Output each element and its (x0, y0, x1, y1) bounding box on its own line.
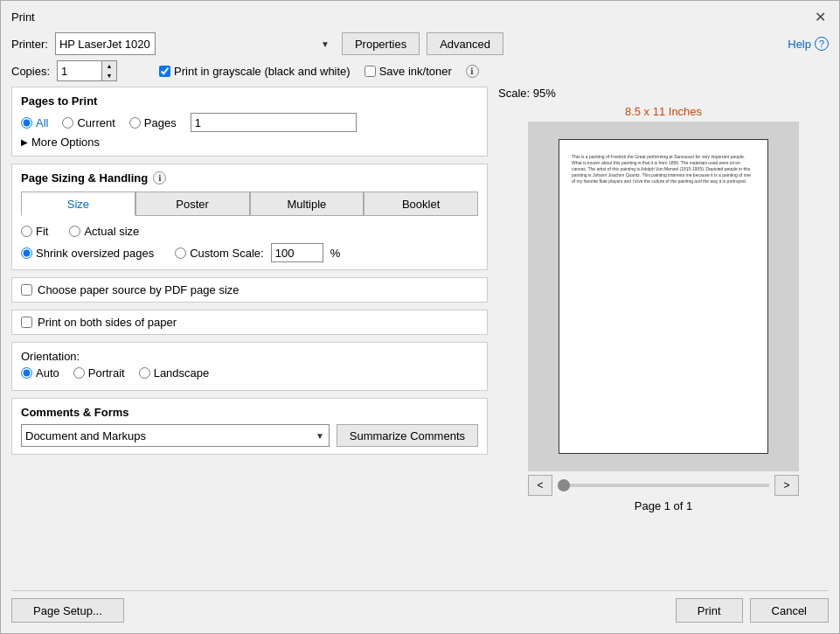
page-setup-button[interactable]: Page Setup... (11, 598, 124, 623)
auto-orientation-radio[interactable] (21, 367, 32, 379)
save-ink-option: Save ink/toner (364, 65, 452, 78)
preview-page: This is a painting of Fredrick the Great… (559, 139, 768, 454)
shrink-custom-row: Shrink oversized pages Custom Scale: % (21, 243, 478, 262)
scale-text: Scale: 95% (498, 87, 556, 100)
orientation-title: Orientation: (21, 350, 478, 363)
double-sided-label: Print on both sides of paper (38, 316, 177, 329)
preview-panel: Scale: 95% 8.5 x 11 Inches This is a pai… (498, 87, 829, 582)
comments-forms-row: Document and Markups Document Form Field… (21, 424, 478, 447)
more-options-arrow: ▶ (21, 137, 28, 147)
fit-option[interactable]: Fit (21, 225, 48, 238)
current-page-label: Current (77, 116, 115, 129)
current-page-option[interactable]: Current (62, 116, 115, 129)
tab-poster[interactable]: Poster (135, 192, 250, 216)
orientation-options: Auto Portrait Landscape (21, 366, 478, 380)
page-info: Page 1 of 1 (528, 499, 799, 512)
current-page-radio[interactable] (62, 117, 73, 129)
shrink-radio[interactable] (21, 247, 32, 259)
double-sided-checkbox[interactable] (21, 317, 32, 328)
actual-size-option[interactable]: Actual size (69, 225, 139, 238)
shrink-label: Shrink oversized pages (36, 247, 154, 260)
landscape-label: Landscape (154, 366, 210, 380)
paper-source-section: Choose paper source by PDF page size (11, 277, 488, 303)
print-dialog: Print ✕ Printer: HP LaserJet 1020 Proper… (0, 0, 840, 634)
page-sizing-section: Page Sizing & Handling ℹ Size Poster Mul… (11, 164, 488, 270)
actual-size-radio[interactable] (69, 226, 80, 237)
sizing-header: Page Sizing & Handling ℹ (21, 171, 478, 185)
save-ink-checkbox[interactable] (364, 66, 376, 77)
bottom-right-buttons: Print Cancel (676, 598, 829, 623)
fit-actual-row: Fit Actual size (21, 225, 478, 238)
more-options-toggle[interactable]: ▶ More Options (21, 136, 478, 149)
grayscale-label: Print in grayscale (black and white) (174, 65, 351, 78)
copies-spinner: ▲ ▼ (101, 61, 116, 80)
pages-label: Pages (144, 116, 177, 129)
copies-input[interactable] (58, 61, 101, 80)
cancel-button[interactable]: Cancel (750, 598, 829, 623)
paper-source-label: Choose paper source by PDF page size (38, 283, 240, 296)
comments-forms-title: Comments & Forms (21, 406, 478, 419)
tab-booklet[interactable]: Booklet (364, 192, 478, 216)
percent-label: % (330, 247, 341, 260)
comments-select[interactable]: Document and Markups Document Form Field… (21, 424, 330, 447)
help-link[interactable]: Help ? (788, 37, 829, 51)
size-options: Fit Actual size Shrink oversized pages (21, 225, 478, 262)
landscape-radio[interactable] (139, 367, 150, 379)
portrait-option[interactable]: Portrait (73, 366, 125, 380)
tab-size[interactable]: Size (21, 192, 135, 216)
actual-size-label: Actual size (84, 225, 139, 238)
dialog-body: Printer: HP LaserJet 1020 Properties Adv… (1, 29, 839, 633)
printer-label: Printer: (11, 38, 48, 51)
advanced-button[interactable]: Advanced (427, 32, 503, 55)
portrait-radio[interactable] (73, 367, 85, 379)
pages-to-print-title: Pages to Print (21, 94, 478, 108)
landscape-option[interactable]: Landscape (139, 366, 210, 380)
custom-scale-input[interactable] (271, 243, 323, 262)
properties-button[interactable]: Properties (342, 32, 420, 55)
all-pages-radio[interactable] (21, 117, 32, 129)
dialog-title: Print (11, 10, 35, 24)
help-label: Help (788, 38, 811, 51)
custom-scale-radio[interactable] (175, 247, 186, 259)
bottom-bar: Page Setup... Print Cancel (11, 590, 829, 623)
preview-text: This is a painting of Fredrick the Great… (572, 154, 755, 185)
grayscale-checkbox[interactable] (159, 66, 170, 77)
double-sided-section: Print on both sides of paper (11, 310, 488, 335)
comments-forms-section: Comments & Forms Document and Markups Do… (11, 398, 488, 455)
ink-info-icon[interactable]: ℹ (466, 65, 479, 78)
printer-select[interactable]: HP LaserJet 1020 (55, 32, 156, 55)
auto-orientation-option[interactable]: Auto (21, 366, 59, 380)
options-row: Print in grayscale (black and white) Sav… (159, 65, 479, 78)
pages-option[interactable]: Pages (129, 116, 177, 129)
pages-to-print-section: Pages to Print All Current Pages (11, 87, 488, 157)
custom-scale-option[interactable]: Custom Scale: (175, 247, 264, 260)
double-sided-option: Print on both sides of paper (21, 316, 478, 329)
print-button[interactable]: Print (676, 598, 743, 623)
copies-up-button[interactable]: ▲ (102, 61, 116, 71)
copies-down-button[interactable]: ▼ (102, 71, 116, 80)
paper-source-checkbox[interactable] (21, 284, 32, 296)
portrait-label: Portrait (88, 366, 125, 380)
printer-row: Printer: HP LaserJet 1020 Properties Adv… (11, 32, 829, 55)
sizing-info-icon[interactable]: ℹ (153, 171, 166, 185)
prev-page-button[interactable]: < (528, 475, 552, 496)
shrink-option[interactable]: Shrink oversized pages (21, 247, 154, 260)
summarize-comments-button[interactable]: Summarize Comments (337, 424, 478, 447)
main-content: Pages to Print All Current Pages (11, 87, 829, 582)
all-pages-option[interactable]: All (21, 116, 48, 129)
pages-input[interactable] (191, 113, 357, 132)
page-slider[interactable] (558, 484, 769, 487)
page-nav-row: < > (528, 475, 799, 496)
sizing-title: Page Sizing & Handling (21, 171, 148, 185)
auto-orientation-label: Auto (36, 366, 59, 380)
next-page-button[interactable]: > (774, 475, 799, 496)
title-bar: Print ✕ (1, 1, 839, 29)
grayscale-option: Print in grayscale (black and white) (159, 65, 351, 78)
preview-area: This is a painting of Fredrick the Great… (528, 122, 799, 471)
pages-radio[interactable] (129, 117, 141, 129)
tab-multiple[interactable]: Multiple (250, 192, 364, 216)
close-button[interactable]: ✕ (811, 8, 829, 25)
pages-radio-row: All Current Pages (21, 113, 478, 132)
fit-radio[interactable] (21, 226, 32, 237)
fit-label: Fit (36, 225, 48, 238)
